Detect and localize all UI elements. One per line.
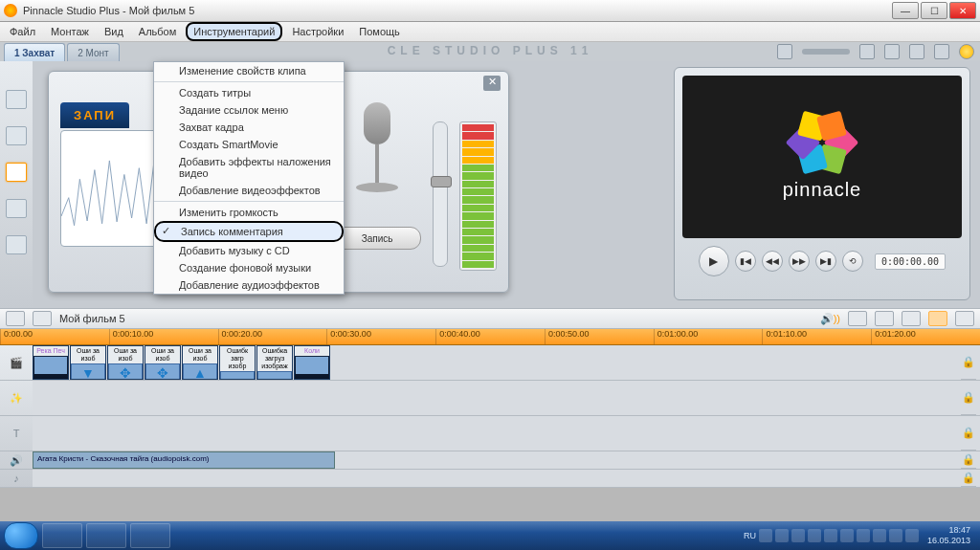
menu-Инструментарий[interactable]: Инструментарий [186,22,282,41]
tool-voiceover-icon[interactable] [6,163,27,182]
titlebar: Pinnacle Studio Plus - Мой фильм 5 — ☐ ✕ [0,0,980,22]
menu-Вид[interactable]: Вид [99,24,129,39]
tray-icon[interactable] [824,529,837,542]
tray-icon[interactable] [808,529,821,542]
track-effects-icon[interactable]: ✨ [0,381,33,416]
bulb-icon[interactable] [934,44,949,59]
menu-Помощь[interactable]: Помощь [353,24,406,39]
menu-item[interactable]: Задание ссылок меню [154,101,344,119]
menu-item[interactable]: Создать SmartMovie [154,136,344,153]
audio-track[interactable]: Агата Кристи - Сказочная тайга (audiopoi… [33,451,980,470]
tool-note-icon[interactable] [6,199,27,218]
premium-icon[interactable] [959,44,974,59]
taskbar-app-chrome[interactable] [42,523,82,548]
panel-close-icon[interactable]: ✕ [483,76,501,91]
menu-Монтаж[interactable]: Монтаж [45,24,95,39]
video-clip[interactable]: Оши за изоб✥ [107,345,144,380]
record-button[interactable]: Запись [333,227,421,250]
video-clip[interactable]: Река Печ [33,345,69,380]
effects-track[interactable]: 🔒 [33,381,980,416]
help-icon[interactable] [909,44,924,59]
video-clip[interactable]: Ошибк загр изобр [219,345,256,380]
tray-icon[interactable] [759,529,772,542]
video-clip[interactable]: Коли [294,345,330,380]
menu-item[interactable]: Добавление видеоэффектов [154,182,344,199]
voice-panel-title: ЗАПИ [60,102,129,128]
track-music-icon[interactable]: ♪ [0,470,33,488]
tray-icon[interactable] [840,529,854,542]
tray-icon[interactable] [889,529,902,542]
lock-icon[interactable]: 🔒 [961,416,976,451]
workspace: 🔊))) ✕ ЗАПИ Запись Изменение свойств кли… [0,61,980,308]
loop-button[interactable]: ⟲ [842,251,863,272]
trash-icon[interactable] [875,311,894,326]
storyboard-view-icon[interactable] [902,311,921,326]
video-clip[interactable]: Оши за изоб▲ [182,345,218,380]
menu-item[interactable]: Создание фоновой музыки [154,259,344,276]
goto-end-button[interactable]: ▶▮ [815,251,836,272]
undo-icon[interactable] [859,44,875,59]
track-audio-icon[interactable]: 🔊 [0,451,33,470]
tl-speaker-icon[interactable] [33,311,52,326]
play-button[interactable]: ▶ [699,246,729,276]
video-clip[interactable]: Оши за изоб▼ [70,345,106,380]
video-clip[interactable]: Ошибка загруз изображ [256,345,293,380]
tl-collapse-icon[interactable] [6,311,25,326]
menu-item[interactable]: Изменение свойств клипа [154,62,344,79]
lock-icon[interactable]: 🔒 [961,451,976,469]
close-button[interactable]: ✕ [949,2,976,19]
menu-item[interactable]: ✓Запись комментария [154,221,344,242]
menu-item[interactable]: Добавить эффекты наложения видео [154,153,344,182]
tray-icon[interactable] [873,529,886,542]
view-toggle-icon[interactable] [777,44,792,59]
music-track[interactable]: 🔒 [33,470,980,488]
menu-item[interactable]: Добавление аудиоэффектов [154,276,344,294]
video-clip[interactable]: Оши за изоб✥ [145,345,181,380]
taskbar-app-pinnacle[interactable] [130,523,170,548]
razor-icon[interactable] [848,311,867,326]
tray-icon[interactable] [905,529,919,542]
title-track[interactable]: 🔒 [33,416,980,451]
tab-capture[interactable]: 1 Захват [4,43,65,61]
zoom-slider[interactable] [802,49,850,55]
track-video-icon[interactable]: 🎬 [0,345,33,381]
menu-Настройки[interactable]: Настройки [286,24,349,39]
time-ruler[interactable]: 0:00.000:00:10.000:00:20.000:00:30.000:0… [0,329,980,345]
start-button[interactable] [4,522,38,549]
minimize-button[interactable]: — [892,2,919,19]
tab-edit[interactable]: 2 Монт [67,43,119,61]
taskbar-clock[interactable]: 18:4716.05.2013 [922,525,976,546]
tray-icon[interactable] [775,529,789,542]
lock-icon[interactable]: 🔒 [961,345,976,380]
goto-start-button[interactable]: ▮◀ [735,251,756,272]
tray-icon[interactable] [791,529,805,542]
rewind-button[interactable]: ◀◀ [762,251,783,272]
tool-scissors-icon[interactable] [6,90,27,109]
tool-music-icon[interactable] [6,235,27,254]
tray-lang[interactable]: RU [744,531,756,540]
video-track[interactable]: Река ПечОши за изоб▼Оши за изоб✥Оши за и… [33,345,980,381]
lock-icon[interactable]: 🔒 [961,470,976,487]
brand-text: CLE STUDIO PLUS 11 [388,44,593,57]
lock-icon[interactable]: 🔒 [961,381,976,415]
menu-item[interactable]: Создать титры [154,84,344,101]
timeline-view-icon[interactable] [928,311,947,326]
forward-button[interactable]: ▶▶ [789,251,810,272]
voiceover-track-icon[interactable]: 🔊)) [820,313,840,325]
taskbar-app-word[interactable] [86,523,126,548]
menu-item[interactable]: Изменить громкость [154,204,344,221]
menu-Файл[interactable]: Файл [4,24,41,39]
taskbar[interactable]: RU 18:4716.05.2013 [0,521,980,550]
menu-Альбом[interactable]: Альбом [133,24,182,39]
redo-icon[interactable] [884,44,900,59]
maximize-button[interactable]: ☐ [921,2,947,19]
audio-clip[interactable]: Агата Кристи - Сказочная тайга (audiopoi… [33,451,335,469]
tray-icon[interactable] [857,529,870,542]
menu-item[interactable]: Добавить музыку с CD [154,242,344,259]
track-title-icon[interactable]: T [0,416,33,451]
list-view-icon[interactable] [955,311,974,326]
preview-screen: pinnacle [682,76,962,238]
tool-speaker-icon[interactable] [6,126,27,145]
volume-slider[interactable] [433,121,448,267]
menu-item[interactable]: Захват кадра [154,119,344,136]
